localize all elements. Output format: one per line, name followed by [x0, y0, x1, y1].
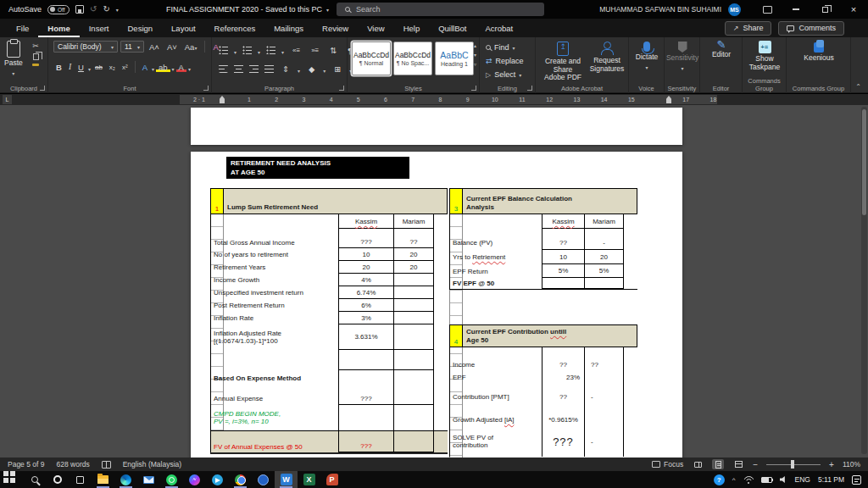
style-no-spacing[interactable]: AaBbCcDd¶ No Spac... — [393, 42, 432, 75]
table-cell[interactable] — [393, 392, 434, 405]
keenious-button[interactable]: Keenious — [802, 42, 836, 63]
zoom-level[interactable]: 110% — [843, 460, 860, 469]
sensitivity-button[interactable]: Sensitivity — [667, 42, 698, 73]
table-cell[interactable] — [584, 278, 624, 289]
table-cell[interactable]: Balance (PV) — [449, 236, 542, 250]
table-cell[interactable]: 23% — [542, 371, 584, 383]
italic-button[interactable]: I — [66, 63, 74, 71]
taskbar-messenger[interactable] — [183, 471, 206, 488]
notification-center-icon[interactable] — [852, 475, 861, 485]
table-cell[interactable] — [449, 403, 542, 413]
table-cell[interactable] — [393, 350, 434, 370]
table-row[interactable] — [210, 385, 448, 392]
underline-caret-icon[interactable] — [88, 59, 91, 75]
table-cell[interactable] — [338, 370, 393, 385]
speaker-icon[interactable] — [780, 476, 787, 483]
zoom-out-button[interactable]: − — [753, 460, 758, 469]
autosave-toggle[interactable]: Off — [47, 5, 70, 14]
quick-access-caret-icon[interactable] — [116, 5, 119, 14]
table-cell[interactable] — [210, 385, 338, 392]
table-row[interactable]: EPF Return5%5% — [449, 264, 637, 278]
table-cell[interactable]: Post Retirement Return — [210, 299, 338, 312]
table-cell[interactable]: 5% — [542, 264, 584, 278]
table-row[interactable] — [449, 229, 637, 236]
table-cell[interactable]: ??? — [338, 392, 393, 405]
table-cell[interactable]: EPF — [449, 371, 542, 383]
table-row[interactable]: Contribution [PMT]??- — [449, 390, 637, 403]
sort-icon[interactable]: ⇅ — [327, 46, 339, 55]
find-button[interactable]: Find — [486, 42, 524, 53]
tab-insert[interactable]: Insert — [80, 19, 119, 37]
tab-quillbot[interactable]: QuillBot — [429, 19, 476, 37]
table-cell[interactable]: Growth Adjusted [iA] — [449, 413, 542, 426]
superscript-button[interactable]: x² — [120, 64, 131, 71]
wifi-icon[interactable] — [743, 476, 754, 484]
tab-acrobat[interactable]: Acrobat — [476, 19, 522, 37]
clipboard-dialog-launcher[interactable] — [40, 86, 45, 91]
borders-icon[interactable]: ⊞ — [331, 64, 343, 74]
text-effects-button[interactable]: A — [140, 63, 150, 72]
tab-review[interactable]: Review — [313, 19, 358, 37]
col-header-mariam[interactable]: Mariam — [593, 218, 615, 225]
table-cell[interactable]: Unspecified investment return — [210, 286, 338, 299]
taskbar-chrome[interactable] — [229, 471, 252, 488]
zoom-in-button[interactable]: + — [829, 460, 834, 469]
table-cell[interactable] — [584, 229, 624, 236]
table4-title-line1[interactable]: Current EPF Contribution — [466, 328, 550, 336]
table-cell[interactable]: Inflation Adjusted Rate[(1.0674/1.03)-1]… — [210, 324, 338, 350]
table-cell[interactable]: 3% — [338, 312, 393, 324]
copy-icon[interactable] — [33, 53, 39, 60]
show-taskpane-button[interactable]: += ShowTaskpane — [748, 41, 782, 71]
table-row[interactable]: Retirement Years2020 — [210, 261, 448, 274]
table-cell[interactable] — [449, 383, 542, 390]
table4-title-line2[interactable]: Age 50 — [466, 336, 633, 345]
table-row[interactable]: No of years to retirement1020 — [210, 248, 448, 261]
right-indent-marker[interactable] — [666, 96, 671, 103]
replace-button[interactable]: Replace — [486, 55, 524, 67]
tab-view[interactable]: View — [358, 19, 393, 37]
table-row[interactable]: Income???? — [449, 358, 637, 371]
table-cell[interactable]: ??? — [338, 229, 393, 248]
print-layout-button[interactable] — [712, 459, 724, 469]
taskbar-word[interactable]: W — [275, 471, 298, 488]
request-signatures-button[interactable]: RequestSignatures — [588, 42, 626, 73]
table-cell[interactable]: 3.631% — [338, 324, 393, 350]
change-case-button[interactable]: Aa — [182, 42, 200, 52]
increase-indent-icon[interactable]: »≡ — [309, 47, 321, 54]
taskbar-cortana[interactable] — [46, 471, 69, 488]
focus-button[interactable]: Focus — [652, 460, 683, 469]
table3-title-line2[interactable]: Analysis — [466, 203, 633, 212]
zoom-slider[interactable] — [766, 464, 821, 465]
grow-font-button[interactable]: A˄ — [147, 42, 162, 52]
numbering-icon[interactable] — [242, 46, 252, 54]
close-button[interactable]: × — [839, 0, 868, 19]
table-row[interactable] — [449, 403, 637, 413]
table-cell[interactable] — [393, 299, 434, 312]
table-cell[interactable] — [338, 385, 393, 392]
table-row[interactable]: EPF23% — [449, 371, 637, 383]
table-cell[interactable]: - — [584, 390, 624, 403]
table-cell[interactable] — [542, 347, 584, 358]
table-cell[interactable]: ??? — [542, 426, 584, 457]
style-heading1[interactable]: AaBbCHeading 1 — [435, 42, 474, 75]
table-cell[interactable] — [338, 350, 393, 370]
table-cell[interactable]: Contribution [PMT] — [449, 390, 542, 403]
shading-icon[interactable]: ◆ — [306, 64, 317, 74]
table-cell[interactable]: - — [584, 236, 624, 250]
decrease-indent-icon[interactable]: «≡ — [290, 47, 303, 54]
taskbar-search[interactable] — [23, 471, 46, 488]
table-row[interactable] — [449, 347, 637, 358]
cut-icon[interactable]: ✂ — [32, 42, 39, 50]
language-tray[interactable]: ENG — [795, 475, 810, 484]
table-cell[interactable] — [338, 405, 393, 430]
taskbar-mail[interactable] — [137, 471, 160, 488]
table-row[interactable]: Balance (PV)??- — [449, 236, 637, 250]
taskbar-taskview[interactable] — [69, 471, 92, 488]
table-cell[interactable]: 10 — [542, 250, 584, 264]
font-size-select[interactable]: 11 — [120, 41, 144, 53]
undo-icon[interactable]: ↺ — [90, 5, 97, 14]
taskbar-ppt[interactable]: P — [320, 471, 343, 488]
web-layout-button[interactable] — [732, 459, 744, 469]
table-cell[interactable]: ?? — [542, 390, 584, 403]
table-row[interactable] — [210, 350, 448, 370]
